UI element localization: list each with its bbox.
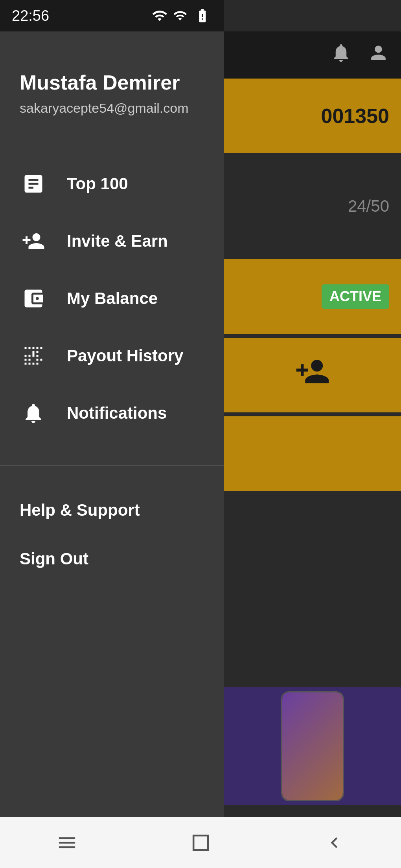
- menu-label-help: Help & Support: [20, 501, 140, 519]
- card-number: 001350: [321, 104, 389, 128]
- square-icon: [190, 832, 212, 853]
- drawer-footer: Help & Support Sign Out: [0, 474, 224, 595]
- golden-top-card: 001350: [224, 79, 401, 153]
- invite-card: [224, 338, 401, 412]
- drawer-header: Mustafa Demirer sakaryacepte54@gmail.com: [0, 31, 224, 139]
- phone-mockup: [281, 691, 344, 801]
- app-header: [224, 31, 401, 79]
- wallet-icon: [20, 285, 47, 312]
- drawer-username: Mustafa Demirer: [20, 71, 204, 94]
- invite-icon: [20, 227, 47, 255]
- drawer-overlay: 22:56 Mustafa Demirer sakaryacepte54@gma…: [0, 0, 224, 868]
- header-bell-icon[interactable]: [330, 42, 352, 68]
- menu-item-balance[interactable]: My Balance: [0, 270, 224, 327]
- drawer-menu: Top 100 Invite & Earn My Balance: [0, 139, 224, 458]
- menu-item-help[interactable]: Help & Support: [20, 486, 204, 535]
- header-user-icon[interactable]: [368, 42, 389, 68]
- battery-icon: [193, 8, 212, 24]
- menu-label-balance: My Balance: [67, 289, 158, 308]
- active-badge: ACTIVE: [322, 284, 389, 309]
- bell-menu-icon: [20, 399, 47, 427]
- progress-area: 24/50: [224, 169, 401, 244]
- empty-card: [224, 416, 401, 491]
- menu-label-notifications: Notifications: [67, 404, 167, 423]
- status-bar: 22:56: [0, 0, 224, 31]
- menu-label-top100: Top 100: [67, 174, 128, 193]
- drawer-divider: [0, 465, 224, 466]
- menu-item-invite[interactable]: Invite & Earn: [0, 212, 224, 270]
- nav-home-button[interactable]: [177, 827, 224, 858]
- drawer-email: sakaryacepte54@gmail.com: [20, 101, 204, 116]
- hamburger-icon: [56, 832, 78, 853]
- chart-icon: [20, 170, 47, 198]
- status-icons: [152, 8, 212, 24]
- add-person-icon: [295, 354, 330, 397]
- menu-label-signout: Sign Out: [20, 549, 88, 568]
- nav-bar: [0, 817, 401, 868]
- nav-back-button[interactable]: [311, 827, 358, 858]
- menu-item-notifications[interactable]: Notifications: [0, 385, 224, 442]
- signal-icon: [173, 8, 187, 24]
- menu-item-signout[interactable]: Sign Out: [20, 535, 204, 583]
- menu-item-top100[interactable]: Top 100: [0, 155, 224, 212]
- status-time: 22:56: [12, 7, 49, 24]
- menu-item-payout[interactable]: Payout History: [0, 327, 224, 385]
- phone-screen: [282, 692, 343, 800]
- wifi-icon: [152, 8, 167, 24]
- nav-menu-button[interactable]: [43, 827, 90, 858]
- back-icon: [324, 832, 345, 853]
- bottom-card: [224, 687, 401, 805]
- active-card: ACTIVE: [224, 259, 401, 334]
- progress-text: 24/50: [348, 197, 389, 216]
- menu-label-payout: Payout History: [67, 346, 183, 365]
- bitcoin-icon: [20, 342, 47, 370]
- menu-label-invite: Invite & Earn: [67, 232, 168, 251]
